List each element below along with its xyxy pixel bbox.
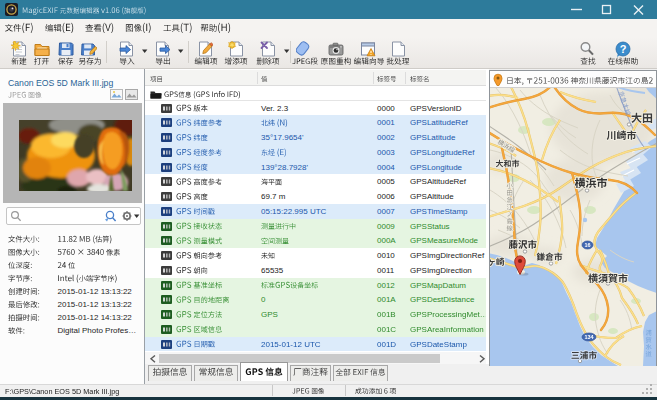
svg-text:134: 134	[584, 334, 594, 340]
svg-text:16: 16	[584, 242, 590, 248]
